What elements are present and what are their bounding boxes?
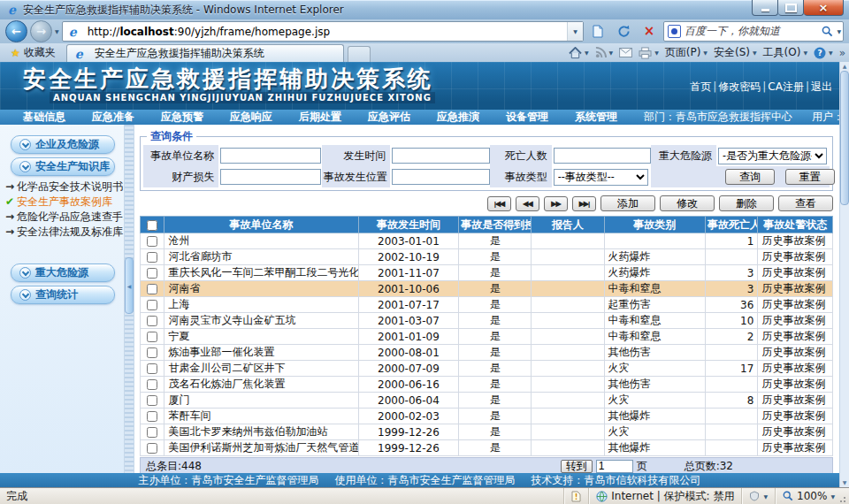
back-button[interactable] xyxy=(5,20,27,42)
scrollbar-thumb[interactable] xyxy=(840,71,849,205)
sidebar-group-knowledge-base[interactable]: 安全生产知识库 xyxy=(11,157,115,176)
sidebar-group-query-stats[interactable]: 查询统计 xyxy=(11,286,115,304)
search-button[interactable]: 查询 xyxy=(725,169,775,185)
table-row[interactable]: 美国伊利诺斯州芝加哥炼油厂天然气管道1999-12-26是其他爆炸历史事故案例 xyxy=(141,440,833,456)
row-checkbox[interactable] xyxy=(147,443,157,454)
row-checkbox[interactable] xyxy=(147,300,157,310)
last-page-button[interactable]: ▶▶| xyxy=(572,196,596,211)
view-button[interactable]: 查看 xyxy=(778,195,833,211)
active-tab[interactable]: 安全生产应急救援指挥辅助决策系统 xyxy=(66,44,344,63)
table-row[interactable]: 厦门2000-06-04是火灾8历史事故案例 xyxy=(141,393,833,409)
maximize-button[interactable] xyxy=(778,0,804,16)
table-row[interactable]: 宁夏2001-01-09是中毒和窒息2历史事故案例 xyxy=(141,329,833,345)
resize-grip[interactable] xyxy=(839,494,848,503)
major-hazard-select[interactable]: -是否为重大危险源- xyxy=(718,148,827,164)
history-dropdown-icon[interactable] xyxy=(55,28,59,34)
print-button[interactable] xyxy=(639,47,659,59)
compatibility-view-button[interactable] xyxy=(586,21,609,42)
row-checkbox[interactable] xyxy=(147,332,157,342)
protected-mode-pane[interactable] xyxy=(741,488,775,504)
table-row[interactable]: 茂名石化炼油厂焦化装置2000-06-16是其他伤害历史事故案例 xyxy=(141,377,833,393)
nav-item[interactable]: 应急推演 xyxy=(437,110,479,125)
magnifier-icon[interactable] xyxy=(822,26,833,37)
nav-item[interactable]: 后期处置 xyxy=(299,110,341,125)
help-menu[interactable]: ? xyxy=(814,47,833,59)
feeds-button[interactable] xyxy=(595,47,614,58)
table-row[interactable]: 重庆长风化一车间二苯甲酮工段二号光化釜2001-11-07是火药爆炸3历史事故案… xyxy=(141,265,833,281)
row-checkbox[interactable] xyxy=(147,347,157,358)
scroll-down-icon[interactable] xyxy=(843,478,847,487)
modify-button[interactable]: 修改 xyxy=(660,195,715,211)
sidebar-item[interactable]: 安全生产事故案例库 xyxy=(5,195,124,210)
row-checkbox[interactable] xyxy=(147,379,157,390)
goto-page-input[interactable] xyxy=(596,460,633,473)
table-row[interactable]: 苯酐车间2000-02-03是其他爆炸历史事故案例 xyxy=(141,409,833,424)
nav-item[interactable]: 设备管理 xyxy=(506,110,548,125)
prev-page-button[interactable]: ◀◀ xyxy=(516,196,539,211)
safety-menu[interactable]: 安全(S) xyxy=(714,45,757,60)
deaths-input[interactable] xyxy=(554,148,651,164)
occur-time-input[interactable] xyxy=(392,148,489,164)
row-checkbox[interactable] xyxy=(147,411,157,422)
sidebar-splitter[interactable] xyxy=(124,125,134,473)
table-row[interactable]: 上海2001-07-17是起重伤害36历史事故案例 xyxy=(141,297,833,313)
row-checkbox[interactable] xyxy=(147,284,157,294)
table-row[interactable]: 河南省2001-10-06是中毒和窒息3历史事故案例 xyxy=(141,281,833,297)
minimize-button[interactable] xyxy=(752,0,778,16)
row-checkbox[interactable] xyxy=(147,316,157,326)
read-mail-button[interactable] xyxy=(619,48,632,57)
banner-link[interactable]: 退出 xyxy=(811,80,832,93)
zoom-control[interactable]: 100% xyxy=(775,488,849,504)
location-input[interactable] xyxy=(392,169,489,185)
sidebar-item[interactable]: 化学品安全技术说明书 xyxy=(5,179,124,195)
add-button[interactable]: 添加 xyxy=(600,195,655,211)
banner-link[interactable]: CA注册 xyxy=(768,80,804,93)
first-page-button[interactable]: |◀◀ xyxy=(487,196,511,211)
property-loss-input[interactable] xyxy=(220,169,321,185)
goto-page-button[interactable]: 转到 xyxy=(561,460,593,473)
sidebar-group-major-hazard[interactable]: 重大危险源 xyxy=(11,263,115,282)
table-row[interactable]: 河北省廊坊市2002-10-19是火药爆炸历史事故案例 xyxy=(141,249,833,265)
tools-menu[interactable]: 工具(O) xyxy=(763,45,807,60)
accident-type-select[interactable]: --事故类型-- xyxy=(554,169,648,186)
table-row[interactable]: 美国北卡罗来纳州韦兹伯勒加油站1999-12-26是火灾历史事故案例 xyxy=(141,424,833,440)
home-button[interactable] xyxy=(569,47,589,59)
select-all-checkbox[interactable] xyxy=(147,220,157,231)
unit-name-input[interactable] xyxy=(220,148,321,164)
next-page-button[interactable]: ▶▶ xyxy=(544,196,568,211)
nav-item[interactable]: 应急准备 xyxy=(92,110,134,125)
sidebar-item[interactable]: 安全法律法规及标准库 xyxy=(5,225,124,240)
banner-link[interactable]: 首页 xyxy=(690,80,711,93)
page-menu[interactable]: 页面(P) xyxy=(665,45,708,60)
stop-button[interactable] xyxy=(638,21,661,42)
splitter-collapse-handle[interactable] xyxy=(125,257,134,314)
favorites-button[interactable]: 收藏夹 xyxy=(4,44,63,61)
overflow-chevron-icon[interactable] xyxy=(839,47,845,59)
nav-item[interactable]: 应急响应 xyxy=(230,110,272,125)
table-row[interactable]: 沧州2003-01-01是1历史事故案例 xyxy=(141,233,833,249)
refresh-button[interactable] xyxy=(612,21,635,42)
nav-item[interactable]: 系统管理 xyxy=(575,110,617,125)
close-button[interactable]: × xyxy=(804,0,844,16)
row-checkbox[interactable] xyxy=(147,252,157,263)
page-scrollbar[interactable] xyxy=(839,62,849,487)
row-checkbox[interactable] xyxy=(147,427,157,438)
nav-item[interactable]: 基础信息 xyxy=(23,110,65,125)
nav-item[interactable]: 应急预警 xyxy=(161,110,203,125)
table-row[interactable]: 甘肃金川公司二矿区井下2000-07-09是火灾17历史事故案例 xyxy=(141,361,833,377)
delete-button[interactable]: 删除 xyxy=(719,195,774,211)
row-checkbox[interactable] xyxy=(147,268,157,279)
row-checkbox[interactable] xyxy=(147,363,157,374)
sidebar-item[interactable]: 危险化学品应急速查手... xyxy=(5,210,124,225)
table-row[interactable]: 河南灵宝市义寺山金矿五坑2001-03-07是中毒和窒息10历史事故案例 xyxy=(141,313,833,329)
row-checkbox[interactable] xyxy=(147,395,157,406)
sidebar-group-enterprise-hazard[interactable]: 企业及危险源 xyxy=(11,135,115,154)
url-dropdown-button[interactable] xyxy=(567,22,583,41)
search-box[interactable]: 百度一下，你就知道 xyxy=(663,21,844,42)
table-row[interactable]: 炼油事业部一催化装置2000-08-01是其他伤害历史事故案例 xyxy=(141,345,833,361)
search-dropdown-icon[interactable] xyxy=(837,28,841,34)
nav-item[interactable]: 应急评估 xyxy=(368,110,410,125)
reset-button[interactable]: 重置 xyxy=(785,169,835,185)
new-tab-button[interactable] xyxy=(348,46,371,62)
scroll-up-icon[interactable] xyxy=(843,62,847,71)
